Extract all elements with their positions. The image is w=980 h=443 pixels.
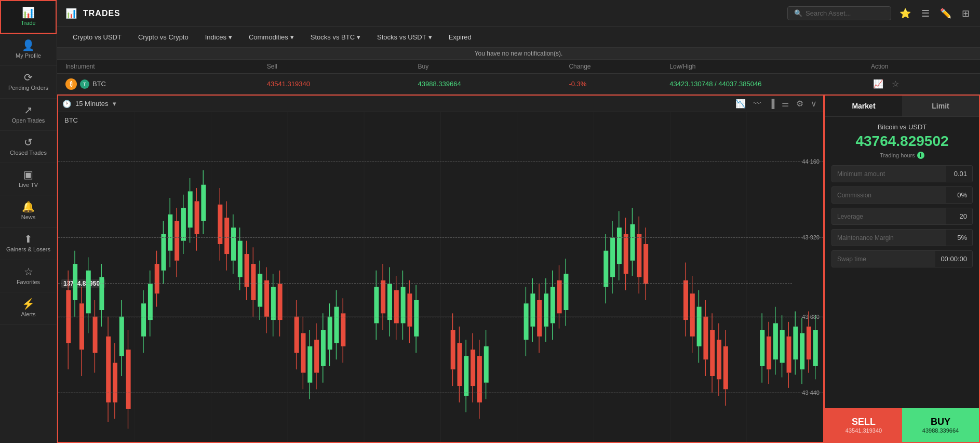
- svg-rect-154: [464, 356, 468, 396]
- tab-commodities[interactable]: Commodities▾: [241, 30, 301, 44]
- tab-market[interactable]: Market: [825, 96, 902, 116]
- tab-crypto-crypto[interactable]: Crypto vs Crypto: [131, 30, 196, 44]
- svg-rect-64: [188, 191, 193, 227]
- sidebar-item-label-profile: My Profile: [16, 52, 41, 59]
- live-tv-icon: ▣: [23, 169, 33, 180]
- min-amount-field: Minimum amount 0.01: [831, 165, 973, 182]
- candle-chart-btn[interactable]: ⚌: [780, 98, 791, 110]
- svg-rect-253: [813, 330, 818, 366]
- svg-rect-139: [401, 287, 406, 324]
- area-chart-btn[interactable]: 〰: [751, 98, 763, 110]
- svg-rect-250: [807, 327, 811, 360]
- gainers-icon: ⬆: [24, 234, 33, 244]
- sidebar-item-label-closed: Closed Trades: [10, 150, 47, 156]
- star-row-btn[interactable]: ☆: [890, 78, 901, 90]
- svg-rect-148: [451, 330, 455, 369]
- sidebar: 📊 Trade 👤 My Profile ⟳ Pending Orders ↗ …: [0, 0, 57, 443]
- min-amount-label: Minimum amount: [832, 166, 946, 182]
- svg-rect-142: [407, 293, 412, 327]
- svg-rect-166: [524, 303, 529, 340]
- sidebar-item-my-profile[interactable]: 👤 My Profile: [0, 34, 57, 66]
- main-area: 📊 TRADES 🔍 Search Asset... ⭐ ☰ ✏️ ⊞ Cryp…: [57, 0, 980, 443]
- sidebar-item-live-tv[interactable]: ▣ Live TV: [0, 163, 57, 195]
- table-header: Instrument Sell Buy Change Low/High Acti…: [57, 60, 980, 74]
- svg-rect-94: [264, 280, 269, 317]
- sidebar-item-closed-trades[interactable]: ↺ Closed Trades: [0, 131, 57, 163]
- settings-chart-btn[interactable]: ⚙: [794, 98, 806, 110]
- btc-buy-price: 43988.339664: [418, 80, 569, 88]
- price-line-2: [58, 237, 823, 238]
- col-buy: Buy: [418, 63, 569, 70]
- svg-rect-190: [610, 237, 615, 277]
- profile-icon: 👤: [22, 40, 35, 50]
- clock-icon: 🕐: [62, 100, 71, 108]
- leverage-value: 20: [946, 208, 972, 224]
- content-area: 🕐 15 Minutes ▾ 📉 〰 ▐ ⚌ ⚙ ∨ BTC 44 160: [57, 95, 980, 443]
- timeframe-label: 15 Minutes: [75, 100, 109, 108]
- svg-rect-88: [251, 264, 256, 300]
- chart-section: 🕐 15 Minutes ▾ 📉 〰 ▐ ⚌ ⚙ ∨ BTC 44 160: [57, 95, 824, 443]
- expand-chart-btn[interactable]: ∨: [809, 98, 819, 110]
- tab-crypto-usdt[interactable]: Crypto vs USDT: [65, 30, 129, 44]
- svg-rect-106: [301, 333, 306, 372]
- svg-rect-76: [224, 218, 229, 254]
- sidebar-item-open-trades[interactable]: ↗ Open Trades: [0, 99, 57, 131]
- svg-rect-37: [119, 317, 124, 356]
- sidebar-item-label-news: News: [21, 214, 36, 221]
- btc-sell-price: 43541.319340: [267, 80, 418, 88]
- btc-table-row[interactable]: ₿ T BTC 43541.319340 43988.339664 -0.3% …: [57, 74, 980, 95]
- svg-rect-223: [717, 340, 721, 379]
- menu-button[interactable]: ☰: [919, 6, 932, 21]
- bar-chart-btn[interactable]: ▐: [767, 98, 776, 110]
- svg-rect-34: [113, 363, 117, 402]
- svg-rect-25: [93, 317, 98, 353]
- maintenance-margin-label: Maintenance Margin: [832, 230, 946, 246]
- chart-canvas[interactable]: 44 160 43 920 43 680 43 440 13764.829502: [58, 112, 823, 442]
- sidebar-item-label-gainers: Gainers & Losers: [6, 246, 50, 253]
- maintenance-margin-field: Maintenance Margin 5%: [831, 229, 973, 246]
- svg-rect-19: [79, 303, 84, 350]
- layout-button[interactable]: ⊞: [960, 6, 972, 21]
- svg-rect-196: [624, 234, 628, 274]
- svg-rect-226: [723, 346, 728, 390]
- chart-icon-btn[interactable]: 📈: [871, 78, 885, 90]
- action-buttons: SELL 43541.319340 BUY 43988.339664: [825, 408, 979, 442]
- timeframe-dropdown-icon: ▾: [113, 100, 116, 108]
- svg-rect-46: [148, 284, 153, 320]
- buy-sub-price: 43988.339664: [922, 427, 959, 434]
- tab-stocks-btc[interactable]: Stocks vs BTC▾: [303, 30, 368, 44]
- svg-rect-22: [86, 271, 91, 314]
- sidebar-item-label-favorites: Favorites: [17, 279, 40, 286]
- sidebar-item-favorites[interactable]: ☆ Favorites: [0, 260, 57, 292]
- sell-button[interactable]: SELL 43541.319340: [825, 408, 902, 442]
- price-line-3: [58, 317, 823, 317]
- col-change: Change: [569, 63, 669, 70]
- svg-rect-244: [793, 327, 798, 360]
- search-box[interactable]: 🔍 Search Asset...: [787, 6, 891, 20]
- svg-rect-178: [551, 287, 555, 324]
- svg-rect-157: [471, 350, 475, 386]
- sidebar-item-gainers-losers[interactable]: ⬆ Gainers & Losers: [0, 227, 57, 260]
- btc-low-high: 43423.130748 / 44037.385046: [669, 80, 871, 88]
- favorites-icon: ☆: [24, 266, 33, 277]
- topbar-title: TRADES: [83, 9, 120, 18]
- svg-rect-202: [637, 234, 641, 277]
- sidebar-item-trade[interactable]: 📊 Trade: [0, 0, 57, 34]
- sidebar-item-pending-orders[interactable]: ⟳ Pending Orders: [0, 66, 57, 98]
- sidebar-item-label-pending: Pending Orders: [8, 85, 48, 91]
- notification-text: You have no new notification(s).: [475, 50, 563, 57]
- svg-rect-238: [780, 330, 785, 363]
- line-chart-btn[interactable]: 📉: [733, 98, 748, 110]
- buy-button[interactable]: BUY 43988.339664: [902, 408, 979, 442]
- tab-limit[interactable]: Limit: [902, 96, 979, 116]
- tab-expired[interactable]: Expired: [441, 30, 479, 44]
- star-button[interactable]: ⭐: [897, 6, 913, 21]
- sidebar-item-alerts[interactable]: ⚡ Alerts: [0, 292, 57, 325]
- tab-indices[interactable]: Indices▾: [198, 30, 239, 44]
- svg-rect-211: [690, 293, 695, 337]
- sidebar-item-news[interactable]: 🔔 News: [0, 195, 57, 227]
- draw-button[interactable]: ✏️: [938, 6, 954, 21]
- tab-stocks-usdt[interactable]: Stocks vs USDT▾: [370, 30, 439, 44]
- svg-rect-181: [557, 280, 562, 314]
- svg-rect-160: [477, 356, 482, 402]
